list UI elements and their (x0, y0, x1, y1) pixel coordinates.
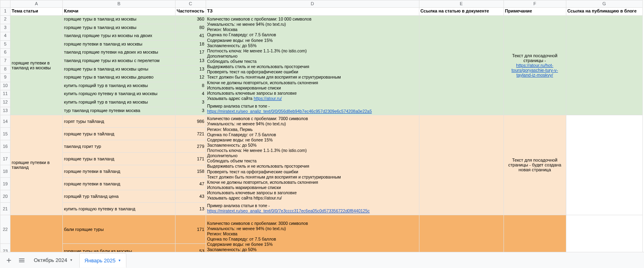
row-num[interactable]: 4 (0, 32, 10, 41)
row-num[interactable]: 11 (0, 90, 10, 99)
key-cell[interactable]: таиланд горящие туры из москвы на двоих (63, 32, 175, 41)
freq-cell[interactable]: 13 (175, 65, 206, 74)
row-num[interactable]: 19 (0, 177, 10, 190)
atour-link[interactable]: https://atour.ru/ (254, 96, 282, 101)
freq-cell[interactable]: 279 (175, 140, 206, 153)
header-note[interactable]: Примечание (504, 8, 566, 16)
key-cell[interactable]: горящие путевки в тайланд (63, 165, 175, 177)
freq-cell[interactable]: 4 (175, 90, 206, 99)
row-num[interactable]: 12 (0, 98, 10, 107)
spreadsheet-grid[interactable]: A B C D E F G 1 Тема статьи Ключи Частот… (0, 0, 644, 252)
col-e-header[interactable]: E (419, 0, 504, 8)
key-cell[interactable]: горящий тур тайланд цена (63, 190, 175, 202)
header-keys[interactable]: Ключи (63, 8, 175, 16)
tz-cell[interactable]: Количество символов с пробелами: 3000 си… (206, 215, 419, 252)
row-num[interactable]: 9 (0, 74, 10, 82)
topic-cell[interactable] (10, 215, 63, 252)
add-sheet-button[interactable] (3, 255, 14, 266)
header-link-doc[interactable]: Ссылка на статью в документе (419, 8, 504, 16)
col-g-header[interactable]: G (566, 0, 642, 8)
freq-cell[interactable]: 41 (175, 32, 206, 41)
all-sheets-button[interactable] (16, 255, 27, 266)
header-freq[interactable]: Частотность (175, 8, 206, 16)
freq-cell[interactable]: 8 (175, 82, 206, 90)
key-cell[interactable]: таиланд горит тур (63, 140, 175, 153)
key-cell[interactable]: горящие туры в таиланд из москвы дешево (63, 74, 175, 82)
freq-cell[interactable]: 80 (175, 24, 206, 32)
corner-cell[interactable] (0, 0, 10, 8)
note-cell[interactable]: Текст для посадочной страницы - будет со… (504, 115, 566, 215)
blog-link-cell[interactable] (566, 16, 642, 115)
note-cell[interactable] (504, 215, 566, 252)
blog-link-cell[interactable] (566, 115, 642, 215)
row-num[interactable]: 23 (0, 243, 10, 252)
key-cell[interactable]: купить горящий тур в таиланд из москвы (63, 82, 175, 90)
key-cell[interactable]: таиланд горящие путевки на двоих из моск… (63, 49, 175, 57)
key-cell[interactable]: горящие путевки в таиланд (63, 177, 175, 190)
key-cell[interactable]: горящие туры в таиланд (63, 152, 175, 165)
row-num[interactable]: 5 (0, 40, 10, 49)
key-cell[interactable]: горящие туры на бали из москвы (63, 243, 175, 252)
row-num[interactable]: 21 (0, 202, 10, 215)
landing-link[interactable]: https://atour.ru/hot-tours/goryaschie-tu… (512, 63, 558, 77)
tab-oct-2024[interactable]: Октябрь 2024 ▼ (29, 253, 78, 268)
header-topic[interactable]: Тема статьи (10, 8, 63, 16)
freq-cell[interactable]: 13 (175, 202, 206, 215)
key-cell[interactable]: горящие туры в таиланд из москвы цены (63, 65, 175, 74)
freq-cell[interactable]: 17 (175, 49, 206, 57)
freq-cell[interactable]: 360 (175, 16, 206, 24)
doc-link-cell[interactable] (419, 215, 504, 252)
freq-cell[interactable]: 171 (175, 215, 206, 243)
key-cell[interactable]: таиланд горящие туры из москвы с перелет… (63, 57, 175, 65)
col-d-header[interactable]: D (206, 0, 419, 8)
col-a-header[interactable]: A (10, 0, 63, 8)
key-cell[interactable]: горящие туры в тайланд (63, 128, 175, 140)
freq-cell[interactable]: 13 (175, 57, 206, 65)
freq-cell[interactable]: 18 (175, 40, 206, 49)
freq-cell[interactable]: 3 (175, 98, 206, 107)
table-row[interactable]: 14горящие путевки в таиландгорят туры та… (0, 115, 643, 128)
freq-cell[interactable]: 43 (175, 190, 206, 202)
row-num[interactable]: 6 (0, 49, 10, 57)
row-num[interactable]: 20 (0, 190, 10, 202)
table-row[interactable]: 22бали горящие туры171Количество символо… (0, 215, 643, 243)
key-cell[interactable]: купить горящую путевку в таиланд из моск… (63, 90, 175, 99)
key-cell[interactable]: тур таиланд горящие путевки москва (63, 107, 175, 115)
key-cell[interactable]: бали горящие туры (63, 215, 175, 243)
row-num[interactable]: 22 (0, 215, 10, 243)
row-num[interactable]: 17 (0, 152, 10, 165)
col-b-header[interactable]: B (63, 0, 175, 8)
row-num[interactable]: 13 (0, 107, 10, 115)
freq-cell[interactable]: 986 (175, 115, 206, 128)
row-1-num[interactable]: 1 (0, 8, 10, 16)
tab-jan-2025[interactable]: Январь 2025 ▼ (79, 253, 126, 268)
row-num[interactable]: 14 (0, 115, 10, 128)
row-num[interactable]: 7 (0, 57, 10, 65)
freq-cell[interactable]: 721 (175, 128, 206, 140)
blog-link-cell[interactable] (566, 215, 642, 252)
topic-cell[interactable]: горящие путевки в таиланд из москвы (10, 16, 63, 115)
header-tz[interactable]: ТЗ (206, 8, 419, 16)
note-cell[interactable]: Текст для посадочной страницы - https://… (504, 16, 566, 115)
key-cell[interactable]: купить горящую путевку в таиланд (63, 202, 175, 215)
analysis-link[interactable]: https://miratext.ru/seo_analiz_text/0/0/… (207, 109, 372, 114)
topic-cell[interactable]: горящие путевки в таиланд (10, 115, 63, 215)
key-cell[interactable]: купить горящий тур в таиланд из москвы (63, 98, 175, 107)
col-c-header[interactable]: C (175, 0, 206, 8)
freq-cell[interactable]: 171 (175, 152, 206, 165)
row-num[interactable]: 8 (0, 65, 10, 74)
freq-cell[interactable]: 12 (175, 74, 206, 82)
key-cell[interactable]: горящие путевки в таиланд из москвы (63, 40, 175, 49)
key-cell[interactable]: горящие туры в таиланд из москвы (63, 16, 175, 24)
row-num[interactable]: 15 (0, 128, 10, 140)
freq-cell[interactable]: 3 (175, 107, 206, 115)
row-num[interactable]: 16 (0, 140, 10, 153)
table-row[interactable]: 2горящие путевки в таиланд из москвыгоря… (0, 16, 643, 24)
analysis-link[interactable]: https://miratext.ru/seo_analiz_text/0/0/… (207, 208, 370, 213)
doc-link-cell[interactable] (419, 115, 504, 215)
row-num[interactable]: 10 (0, 82, 10, 90)
col-f-header[interactable]: F (504, 0, 566, 8)
tz-cell[interactable]: Количество символов с пробелами: 10 000 … (206, 16, 419, 115)
key-cell[interactable]: горят туры тайланд (63, 115, 175, 128)
freq-cell[interactable]: 53 (175, 243, 206, 252)
